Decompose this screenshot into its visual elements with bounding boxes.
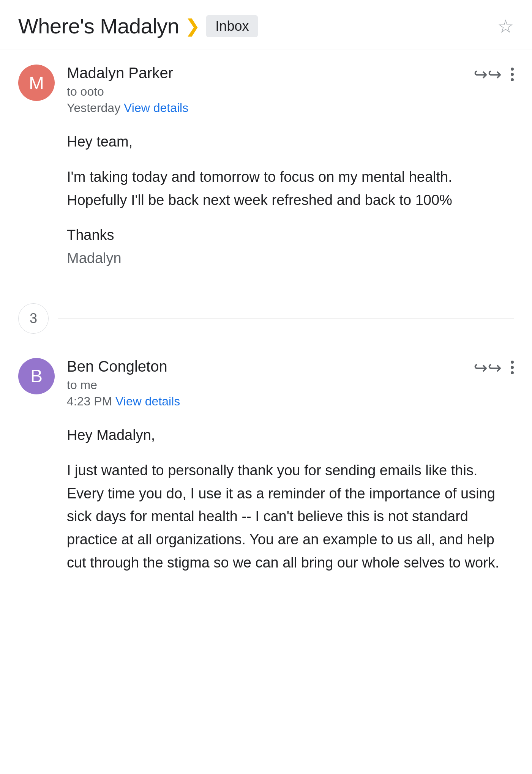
inbox-badge[interactable]: Inbox — [206, 15, 258, 37]
sender-info-madalyn: Madalyn Parker to ooto Yesterday View de… — [67, 65, 474, 115]
body-thanks-madalyn: ThanksMadalyn — [67, 224, 514, 270]
reply-all-icon-madalyn[interactable]: ↩↩ — [474, 65, 502, 84]
sender-name-madalyn: Madalyn Parker — [67, 65, 474, 82]
body-greeting-madalyn: Hey team, — [67, 130, 514, 153]
sender-to-madalyn: to ooto — [67, 85, 474, 99]
body-greeting-ben: Hey Madalyn, — [67, 424, 514, 447]
star-icon[interactable]: ☆ — [497, 16, 514, 37]
email-thread-container: M Madalyn Parker to ooto Yesterday View … — [0, 49, 532, 602]
reply-all-icon-ben[interactable]: ↩↩ — [474, 358, 502, 377]
sender-name-ben: Ben Congleton — [67, 358, 474, 375]
email-body-madalyn: Hey team, I'm taking today and tomorrow … — [18, 130, 514, 270]
replies-divider: 3 — [18, 303, 514, 334]
more-options-icon-ben[interactable] — [511, 359, 514, 376]
divider-line — [58, 318, 514, 318]
email-body-ben: Hey Madalyn, I just wanted to personally… — [18, 424, 514, 574]
email-actions-ben: ↩↩ — [474, 358, 514, 377]
sender-time-madalyn: Yesterday View details — [67, 101, 474, 115]
more-options-icon-madalyn[interactable] — [511, 66, 514, 83]
sender-info-ben: Ben Congleton to me 4:23 PM View details — [67, 358, 474, 408]
email-message-ben: B Ben Congleton to me 4:23 PM View detai… — [18, 343, 514, 602]
signature-madalyn: Madalyn — [67, 250, 122, 266]
body-content-madalyn: I'm taking today and tomorrow to focus o… — [67, 166, 514, 212]
email-actions-madalyn: ↩↩ — [474, 65, 514, 84]
sender-time-ben: 4:23 PM View details — [67, 394, 474, 408]
avatar-madalyn: M — [18, 65, 55, 101]
email-thread-header: Where's Madalyn ❯ Inbox ☆ — [0, 0, 532, 49]
avatar-ben: B — [18, 358, 55, 394]
view-details-link-madalyn[interactable]: View details — [124, 101, 188, 115]
email-message-madalyn: M Madalyn Parker to ooto Yesterday View … — [18, 49, 514, 294]
replies-count-badge[interactable]: 3 — [18, 303, 49, 334]
email-header-madalyn: M Madalyn Parker to ooto Yesterday View … — [18, 65, 514, 115]
chevron-right-icon: ❯ — [185, 17, 200, 35]
body-content-ben: I just wanted to personally thank you fo… — [67, 459, 514, 574]
sender-to-ben: to me — [67, 378, 474, 392]
view-details-link-ben[interactable]: View details — [115, 394, 180, 408]
thread-title: Where's Madalyn — [18, 14, 179, 38]
email-header-ben: B Ben Congleton to me 4:23 PM View detai… — [18, 358, 514, 408]
